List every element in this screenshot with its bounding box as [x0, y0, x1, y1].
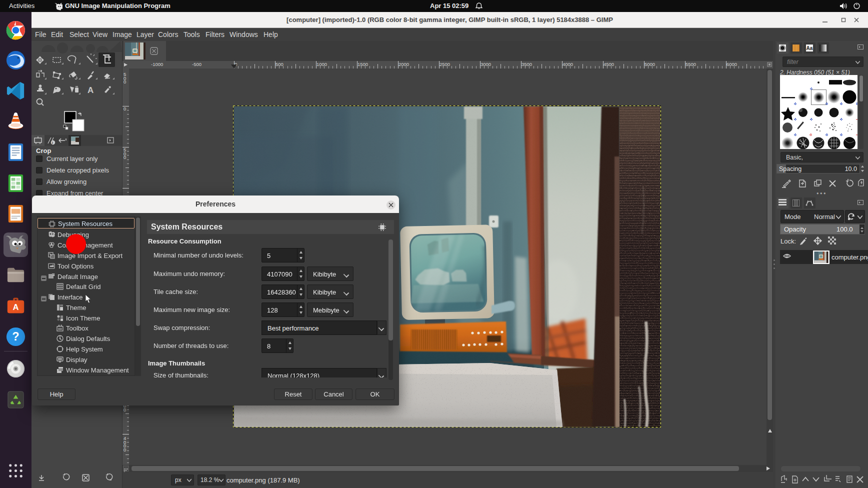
svg-text:Aa: Aa [806, 46, 813, 51]
svg-text:A: A [88, 86, 94, 95]
svg-text:i: i [52, 141, 53, 144]
svg-text:?: ? [12, 330, 19, 343]
svg-text:A: A [13, 302, 19, 312]
